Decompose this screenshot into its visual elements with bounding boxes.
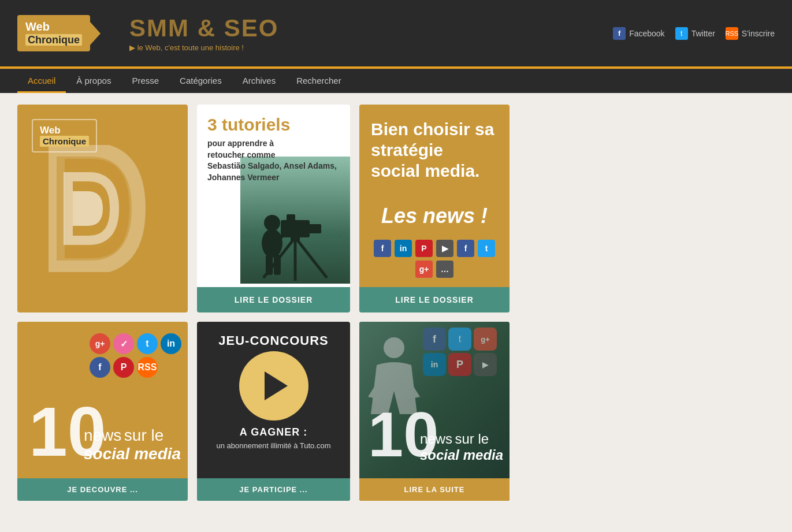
card1-speech-tail (35, 311, 51, 312)
li-mini-icon: in (395, 240, 412, 257)
nav-items: Accueil À propos Presse Catégories Archi… (17, 70, 352, 93)
card2-speech-tail (214, 311, 230, 312)
card6-social-decor: f t g+ in P ▶ (423, 328, 504, 376)
card6-pin-icon: P (448, 353, 471, 376)
nav-link-apropos[interactable]: À propos (66, 70, 121, 91)
site-logo[interactable]: Web Chronique (17, 15, 90, 51)
card3-social-icons: f in P ▶ f t g+ … (371, 240, 498, 278)
rss-overlay-icon: RSS (137, 357, 158, 378)
bottom-grid: g+ ✓ t in f P RSS 10 news sur le social … (17, 322, 775, 501)
card2-button[interactable]: LIRE LE DOSSIER (197, 287, 350, 312)
card5-prize: un abonnement illimité à Tuto.com (197, 438, 350, 453)
card2-title: 3 tutoriels (207, 116, 340, 133)
card6-gp-icon: g+ (474, 328, 497, 351)
card1-logo-chronique: Chronique (40, 136, 89, 147)
tweet-icon: t (137, 333, 158, 354)
facebook-icon: f (613, 27, 626, 40)
card3-news-label: Les news ! (381, 204, 488, 228)
linkedin-icon: in (161, 333, 181, 354)
svg-rect-6 (291, 236, 300, 241)
fb-mini-icon: f (374, 240, 391, 257)
play-triangle-icon (265, 371, 288, 400)
card4-sur-le: sur le (124, 426, 163, 444)
card-jeu-concours[interactable]: JEU-CONCOURS A GAGNER : un abonnement il… (197, 322, 350, 501)
nav-link-rechercher[interactable]: Rechercher (286, 70, 352, 91)
check-icon: ✓ (113, 333, 134, 354)
card-logo-inner: Web Chronique (17, 105, 188, 312)
logo-web: Web (25, 20, 50, 33)
nav-link-accueil[interactable]: Accueil (17, 70, 66, 93)
card-logo[interactable]: Web Chronique (17, 105, 188, 312)
card3-title: Bien choisir sa stratégie social media. (371, 119, 498, 181)
card6-fb-icon: f (423, 328, 446, 351)
gp-mini-icon: g+ (415, 261, 433, 278)
twitter-icon: t (675, 27, 688, 40)
nav-link-archives[interactable]: Archives (232, 70, 287, 91)
card4-social-media: social media (84, 445, 181, 463)
subscribe-link[interactable]: RSS S'inscrire (726, 27, 775, 40)
nav-item-archives[interactable]: Archives (232, 70, 287, 93)
subscribe-label: S'inscrire (742, 29, 775, 38)
svg-rect-5 (307, 224, 321, 233)
twitter-label: Twitter (691, 29, 715, 38)
card6-sur-le: sur le (455, 431, 489, 447)
more-mini-icon: … (436, 261, 453, 278)
card6-speech-tail (375, 500, 391, 501)
card6-social-media: social media (420, 447, 503, 463)
card4-speech-tail (34, 500, 49, 501)
nav-item-categories[interactable]: Catégories (169, 70, 232, 93)
card3-middle: Les news ! f in P ▶ f t g+ … (371, 181, 498, 278)
tw-mini-icon: t (478, 240, 495, 257)
card5-play-button[interactable] (239, 351, 308, 421)
logo-chronique: Chronique (25, 34, 82, 46)
subtitle-text: le Web, c'est toute une histoire ! (137, 43, 244, 52)
header: Web Chronique SMM & SEO ▶ le Web, c'est … (0, 0, 792, 66)
main-content: Web Chronique 3 tut (0, 93, 792, 512)
card6-text: news sur le social media (420, 431, 503, 463)
svg-line-2 (295, 237, 327, 278)
nav-link-categories[interactable]: Catégories (169, 70, 232, 91)
top-grid: Web Chronique 3 tut (17, 105, 775, 312)
svg-point-7 (262, 229, 282, 258)
svg-rect-10 (274, 255, 281, 275)
logo-area: Web Chronique (17, 15, 101, 51)
svg-rect-9 (266, 255, 273, 275)
nav-link-presse[interactable]: Presse (121, 70, 169, 91)
fb2-mini-icon: f (457, 240, 474, 257)
facebook-label: Facebook (629, 29, 664, 38)
subtitle-arrow: ▶ (129, 43, 137, 52)
svg-point-11 (384, 337, 404, 358)
big-d-icon (45, 145, 161, 272)
card3-button[interactable]: LIRE LE DOSSIER (359, 287, 510, 312)
twitter-link[interactable]: t Twitter (675, 27, 715, 40)
nav-item-accueil[interactable]: Accueil (17, 70, 66, 93)
nav-item-rechercher[interactable]: Rechercher (286, 70, 352, 93)
site-main-title: SMM & SEO (129, 14, 613, 42)
card6-news: news (420, 431, 452, 447)
card-social-strategy[interactable]: Bien choisir sa stratégie social media. … (359, 105, 510, 312)
card-10news-left[interactable]: g+ ✓ t in f P RSS 10 news sur le social … (17, 322, 188, 501)
facebook-link[interactable]: f Facebook (613, 27, 664, 40)
card6-yt-icon: ▶ (474, 353, 497, 376)
site-subtitle: ▶ le Web, c'est toute une histoire ! (129, 43, 613, 52)
card5-a-gagner: A GAGNER : (197, 426, 350, 438)
card1-logo-label: Web Chronique (32, 119, 97, 152)
card4-news: news (84, 426, 121, 444)
card5-speech-tail (213, 500, 228, 501)
card4-text: news sur le social media (84, 426, 181, 463)
card6-tw-icon: t (448, 328, 471, 351)
nav-item-presse[interactable]: Presse (121, 70, 169, 93)
rss-icon: RSS (726, 27, 738, 40)
card-tutoriels[interactable]: 3 tutoriels pour apprendre à retoucher c… (197, 105, 350, 312)
card4-social-icons: g+ ✓ t in f P RSS (90, 333, 182, 378)
svg-rect-4 (287, 214, 295, 221)
card4-button[interactable]: JE DECOUVRE ... (17, 478, 188, 501)
pin-overlay-icon: P (113, 357, 134, 378)
card5-button[interactable]: JE PARTICIPE ... (197, 478, 350, 501)
navbar: Accueil À propos Presse Catégories Archi… (0, 69, 792, 93)
card-10news-right[interactable]: f t g+ in P ▶ 10 news sur le soci (359, 322, 510, 501)
nav-item-apropos[interactable]: À propos (66, 70, 121, 93)
site-title-area: SMM & SEO ▶ le Web, c'est toute une hist… (118, 14, 613, 52)
card5-jeu-title: JEU-CONCOURS (197, 322, 350, 351)
card6-button[interactable]: LIRE LA SUITE (359, 478, 510, 501)
